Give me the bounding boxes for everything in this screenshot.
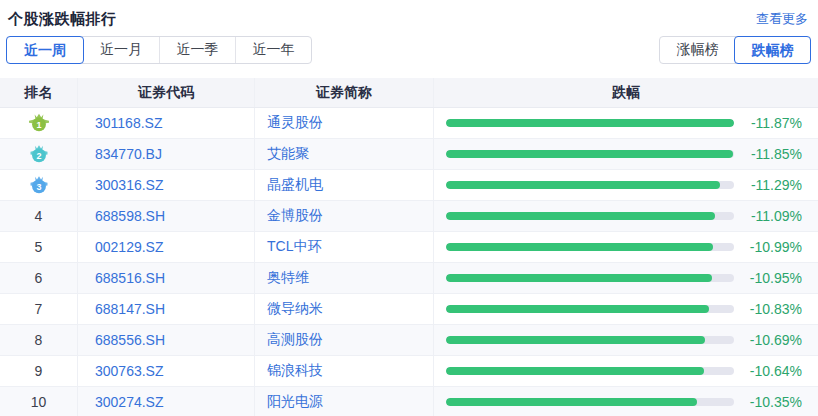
decline-bar [446, 181, 720, 189]
widget-header: 个股涨跌幅排行 查看更多 [0, 0, 818, 36]
table-row: 10 300274.SZ 阳光电源 -10.35% [0, 387, 818, 416]
decline-bar-track [446, 181, 734, 189]
decline-percent: -11.29% [734, 177, 818, 193]
decline-bar [446, 305, 709, 313]
stock-code[interactable]: 834770.BJ [95, 146, 162, 162]
table-row: 8 688556.SH 高测股份 -10.69% [0, 325, 818, 356]
period-tab-group: 近一周 近一月 近一季 近一年 [6, 36, 312, 64]
stock-name[interactable]: 晶盛机电 [267, 176, 323, 194]
stock-name[interactable]: 通灵股份 [267, 114, 323, 132]
page-title: 个股涨跌幅排行 [8, 10, 117, 29]
decline-percent: -10.69% [734, 332, 818, 348]
table-row: 9 300763.SZ 锦浪科技 -10.64% [0, 356, 818, 387]
table-row: 1 301168.SZ 通灵股份 -11.87% [0, 108, 818, 139]
stock-code[interactable]: 688556.SH [95, 332, 165, 348]
table-header-row: 排名 证券代码 证券简称 跌幅 [0, 78, 818, 108]
table-row: 6 688516.SH 奥特维 -10.95% [0, 263, 818, 294]
stock-code[interactable]: 301168.SZ [95, 115, 162, 131]
stock-name[interactable]: 高测股份 [267, 331, 323, 349]
decline-bar-track [446, 243, 734, 251]
decline-bar [446, 212, 715, 220]
toggle-losers[interactable]: 跌幅榜 [734, 36, 811, 64]
table-row: 3 300316.SZ 晶盛机电 -11.29% [0, 170, 818, 201]
rank-number: 9 [35, 363, 43, 379]
tab-last-quarter[interactable]: 近一季 [159, 37, 235, 63]
ranking-table: 排名 证券代码 证券简称 跌幅 1 301168.SZ 通灵股份 -11.87% [0, 78, 818, 416]
table-row: 4 688598.SH 金博股份 -11.09% [0, 201, 818, 232]
stock-name[interactable]: 金博股份 [267, 207, 323, 225]
stock-code[interactable]: 688147.SH [95, 301, 165, 317]
rank-3-medal-icon: 3 [28, 175, 50, 195]
rank-number: 5 [35, 239, 43, 255]
decline-bar-track [446, 336, 734, 344]
decline-bar-track [446, 305, 734, 313]
decline-bar [446, 398, 697, 406]
decline-bar-track [446, 212, 734, 220]
rank-1-medal-icon: 1 [28, 113, 50, 133]
rank-2-medal-icon: 2 [28, 144, 50, 164]
decline-bar [446, 150, 733, 158]
decline-percent: -10.95% [734, 270, 818, 286]
view-more-link[interactable]: 查看更多 [756, 10, 808, 28]
decline-percent: -10.99% [734, 239, 818, 255]
svg-text:3: 3 [36, 182, 41, 192]
column-header-change: 跌幅 [434, 78, 818, 107]
stock-name[interactable]: 艾能聚 [267, 145, 309, 163]
stock-name[interactable]: 锦浪科技 [267, 362, 323, 380]
decline-bar [446, 243, 713, 251]
decline-bar-track [446, 367, 734, 375]
column-header-rank: 排名 [0, 78, 78, 107]
tab-last-week[interactable]: 近一周 [6, 36, 84, 64]
svg-text:1: 1 [36, 120, 41, 130]
tab-last-year[interactable]: 近一年 [235, 37, 311, 63]
decline-bar [446, 336, 705, 344]
column-header-code: 证券代码 [78, 78, 255, 107]
stock-name[interactable]: 微导纳米 [267, 300, 323, 318]
decline-bar-track [446, 119, 734, 127]
rank-toggle-group: 涨幅榜 跌幅榜 [659, 36, 811, 64]
decline-bar [446, 119, 734, 127]
decline-bar-track [446, 150, 734, 158]
stock-code[interactable]: 300274.SZ [95, 394, 164, 410]
stock-name[interactable]: TCL中环 [267, 238, 321, 256]
stock-code[interactable]: 002129.SZ [95, 239, 164, 255]
decline-percent: -11.87% [734, 115, 818, 131]
rank-number: 8 [35, 332, 43, 348]
column-header-name: 证券简称 [255, 78, 434, 107]
rank-number: 7 [35, 301, 43, 317]
rank-number: 4 [35, 208, 43, 224]
decline-bar [446, 274, 712, 282]
table-row: 5 002129.SZ TCL中环 -10.99% [0, 232, 818, 263]
decline-percent: -11.85% [734, 146, 818, 162]
decline-percent: -11.09% [734, 208, 818, 224]
tab-last-month[interactable]: 近一月 [83, 37, 159, 63]
stock-code[interactable]: 300316.SZ [95, 177, 164, 193]
stock-code[interactable]: 688598.SH [95, 208, 165, 224]
decline-bar-track [446, 274, 734, 282]
decline-bar [446, 367, 704, 375]
stock-code[interactable]: 300763.SZ [95, 363, 164, 379]
decline-bar-track [446, 398, 734, 406]
decline-percent: -10.64% [734, 363, 818, 379]
table-row: 2 834770.BJ 艾能聚 -11.85% [0, 139, 818, 170]
table-row: 7 688147.SH 微导纳米 -10.83% [0, 294, 818, 325]
rank-number: 6 [35, 270, 43, 286]
stock-name[interactable]: 阳光电源 [267, 393, 323, 411]
stock-name[interactable]: 奥特维 [267, 269, 309, 287]
decline-percent: -10.35% [734, 394, 818, 410]
rank-number: 10 [31, 394, 47, 410]
controls-row: 近一周 近一月 近一季 近一年 涨幅榜 跌幅榜 [0, 36, 818, 64]
toggle-gainers[interactable]: 涨幅榜 [660, 37, 735, 63]
decline-percent: -10.83% [734, 301, 818, 317]
svg-text:2: 2 [36, 151, 41, 161]
stock-code[interactable]: 688516.SH [95, 270, 165, 286]
